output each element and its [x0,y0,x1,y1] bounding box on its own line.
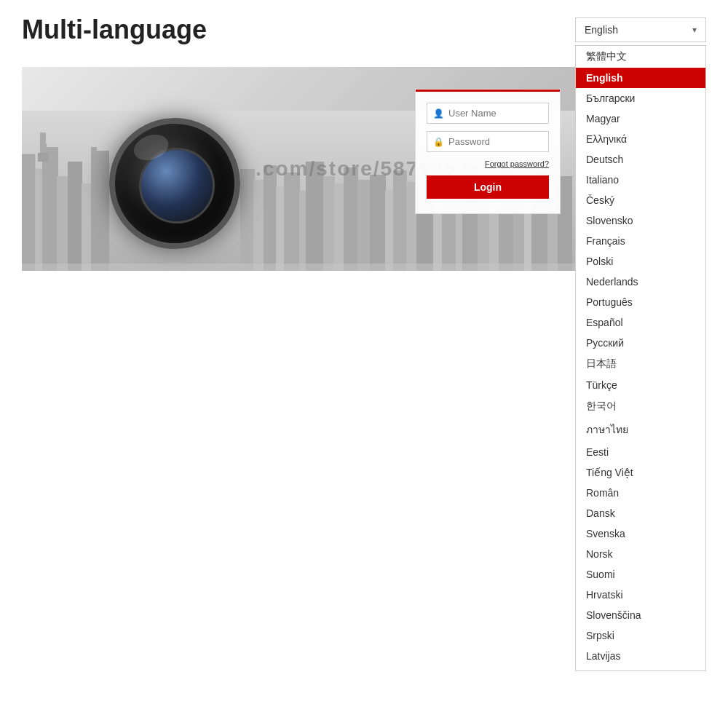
language-option-sr[interactable]: Srpski [576,625,705,646]
svg-rect-10 [40,132,46,154]
language-option-th[interactable]: ภาษาไทย [576,417,705,442]
svg-rect-12 [240,169,255,271]
svg-rect-19 [323,176,335,271]
language-option-ru[interactable]: Русский [576,333,705,353]
svg-rect-9 [91,147,97,154]
language-option-sv[interactable]: Svenska [576,523,705,544]
login-panel-accent-line [416,90,560,92]
svg-rect-25 [393,170,407,271]
language-option-vi[interactable]: Tiếng Việt [576,462,705,483]
language-option-hr[interactable]: Hrvatski [576,585,705,605]
language-option-cs[interactable]: Český [576,190,705,210]
language-option-pl[interactable]: Polski [576,251,705,272]
svg-rect-13 [253,180,264,271]
language-option-hu[interactable]: Magyar [576,108,705,129]
language-option-tr[interactable]: Türkçe [576,375,705,395]
svg-rect-17 [299,191,306,271]
svg-rect-22 [357,180,371,271]
language-option-zh-tw[interactable]: 繁體中文 [576,46,705,68]
svg-rect-11 [38,153,48,162]
language-option-ja[interactable]: 日本語 [576,353,705,375]
banner: .com/store/5871257 👤 🔒 Forgot password? … [22,67,575,271]
svg-rect-3 [42,147,58,271]
svg-rect-15 [276,187,285,271]
svg-rect-23 [370,175,386,271]
language-option-bg[interactable]: Български [576,88,705,108]
login-button[interactable]: Login [427,175,549,199]
language-option-fi[interactable]: Suomi [576,564,705,585]
language-option-nl[interactable]: Nederlands [576,272,705,292]
chevron-down-icon: ▾ [692,25,697,35]
language-selector-wrapper: English ▾ 繁體中文EnglishБългарскиMagyarΕλλη… [575,17,706,42]
svg-rect-21 [344,167,358,271]
lock-icon: 🔒 [433,137,444,147]
language-dropdown: 繁體中文EnglishБългарскиMagyarΕλληνικάDeutsc… [575,45,706,671]
language-option-pt[interactable]: Português [576,292,705,312]
language-option-en[interactable]: English [576,68,705,88]
language-option-da[interactable]: Dansk [576,503,705,523]
language-select-button[interactable]: English ▾ [575,17,706,42]
language-option-lv[interactable]: Latvijas [576,646,705,666]
svg-rect-8 [91,151,109,271]
language-option-et[interactable]: Eesti [576,442,705,462]
password-input[interactable] [448,136,542,147]
svg-rect-16 [284,173,300,271]
svg-rect-7 [82,183,92,271]
language-option-es[interactable]: Español [576,312,705,333]
svg-rect-20 [334,183,344,271]
language-option-el[interactable]: Ελληνικά [576,129,705,149]
svg-rect-14 [264,165,277,271]
language-option-sk[interactable]: Slovensko [576,210,705,231]
page-title: Multi-language [22,15,207,45]
svg-rect-5 [57,176,68,271]
language-option-no[interactable]: Norsk [576,544,705,564]
svg-rect-1 [22,154,35,271]
forgot-password-link[interactable]: Forgot password? [427,159,549,168]
svg-rect-40 [22,264,575,271]
language-option-it[interactable]: Italiano [576,170,705,190]
language-option-sl[interactable]: Slovenščina [576,605,705,625]
svg-rect-24 [385,191,394,271]
selected-language-label: English [585,24,618,36]
username-field-wrapper: 👤 [427,103,549,124]
username-input[interactable] [448,108,542,119]
svg-rect-6 [68,162,82,271]
language-option-lt[interactable]: lietuviešu [576,666,705,671]
camera-lens [109,118,240,249]
language-option-ko[interactable]: 한국어 [576,395,705,417]
login-panel: 👤 🔒 Forgot password? Login [415,89,561,214]
language-option-fr[interactable]: Français [576,231,705,251]
language-option-de[interactable]: Deutsch [576,149,705,170]
password-field-wrapper: 🔒 [427,131,549,152]
header: Multi-language English ▾ 繁體中文EnglishБълг… [0,0,728,52]
user-icon: 👤 [433,108,444,119]
language-option-ro[interactable]: Român [576,483,705,503]
